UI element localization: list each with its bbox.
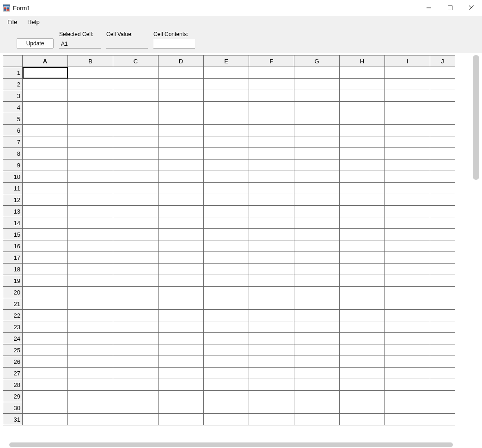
cell-A21[interactable] [23,298,68,310]
cell-A13[interactable] [23,206,68,217]
cell-I25[interactable] [385,344,430,356]
cell-A15[interactable] [23,229,68,240]
cell-A14[interactable] [23,217,68,229]
cell-H9[interactable] [340,160,385,171]
cell-J12[interactable] [430,194,455,206]
row-header-10[interactable]: 10 [3,171,23,183]
cell-I19[interactable] [385,275,430,287]
cell-D14[interactable] [159,217,204,229]
column-header-B[interactable]: B [68,55,113,67]
cell-A26[interactable] [23,356,68,368]
cell-E30[interactable] [204,402,249,414]
cell-G14[interactable] [294,217,340,229]
row-header-11[interactable]: 11 [3,183,23,194]
cell-B30[interactable] [68,402,113,414]
cell-F23[interactable] [249,321,294,333]
cell-D24[interactable] [159,333,204,344]
column-header-F[interactable]: F [249,55,294,67]
cell-C28[interactable] [113,379,159,391]
cell-H6[interactable] [340,125,385,136]
cell-F5[interactable] [249,113,294,125]
cell-H8[interactable] [340,148,385,160]
cell-A9[interactable] [23,160,68,171]
cell-G18[interactable] [294,264,340,275]
cell-I2[interactable] [385,79,430,90]
cell-A25[interactable] [23,344,68,356]
cell-H5[interactable] [340,113,385,125]
column-header-H[interactable]: H [340,55,385,67]
cell-E15[interactable] [204,229,249,240]
column-header-E[interactable]: E [204,55,249,67]
cell-F29[interactable] [249,391,294,402]
cell-J20[interactable] [430,287,455,298]
cell-H28[interactable] [340,379,385,391]
vertical-scrollbar[interactable] [473,55,479,180]
cell-F6[interactable] [249,125,294,136]
cell-F20[interactable] [249,287,294,298]
cell-E18[interactable] [204,264,249,275]
cell-E22[interactable] [204,310,249,321]
cell-I5[interactable] [385,113,430,125]
cell-J4[interactable] [430,102,455,113]
cell-J24[interactable] [430,333,455,344]
row-header-17[interactable]: 17 [3,252,23,264]
menu-file[interactable]: File [3,18,22,26]
cell-E5[interactable] [204,113,249,125]
cell-H11[interactable] [340,183,385,194]
cell-H3[interactable] [340,90,385,102]
cell-J7[interactable] [430,136,455,148]
cell-G7[interactable] [294,136,340,148]
row-header-15[interactable]: 15 [3,229,23,240]
cell-J16[interactable] [430,240,455,252]
cell-H19[interactable] [340,275,385,287]
cell-E4[interactable] [204,102,249,113]
cell-I13[interactable] [385,206,430,217]
cell-D15[interactable] [159,229,204,240]
column-header-J[interactable]: J [430,55,455,67]
cell-I26[interactable] [385,356,430,368]
cell-C15[interactable] [113,229,159,240]
row-header-2[interactable]: 2 [3,79,23,90]
cell-C24[interactable] [113,333,159,344]
cell-D6[interactable] [159,125,204,136]
cell-J21[interactable] [430,298,455,310]
cell-A20[interactable] [23,287,68,298]
cell-B31[interactable] [68,414,113,425]
cell-D18[interactable] [159,264,204,275]
cell-C25[interactable] [113,344,159,356]
cell-J23[interactable] [430,321,455,333]
cell-I27[interactable] [385,368,430,379]
cell-G4[interactable] [294,102,340,113]
cell-E12[interactable] [204,194,249,206]
column-header-C[interactable]: C [113,55,159,67]
cell-I17[interactable] [385,252,430,264]
row-header-5[interactable]: 5 [3,113,23,125]
cell-A24[interactable] [23,333,68,344]
cell-H16[interactable] [340,240,385,252]
cell-J8[interactable] [430,148,455,160]
cell-B7[interactable] [68,136,113,148]
cell-D23[interactable] [159,321,204,333]
cell-G9[interactable] [294,160,340,171]
cell-F19[interactable] [249,275,294,287]
cell-H10[interactable] [340,171,385,183]
cell-H29[interactable] [340,391,385,402]
cell-B14[interactable] [68,217,113,229]
cell-I23[interactable] [385,321,430,333]
cell-B22[interactable] [68,310,113,321]
cell-A2[interactable] [23,79,68,90]
cell-C20[interactable] [113,287,159,298]
cell-H27[interactable] [340,368,385,379]
cell-C12[interactable] [113,194,159,206]
cell-J1[interactable] [430,67,455,79]
row-header-28[interactable]: 28 [3,379,23,391]
cell-C18[interactable] [113,264,159,275]
cell-D21[interactable] [159,298,204,310]
cell-B8[interactable] [68,148,113,160]
row-header-31[interactable]: 31 [3,414,23,425]
cell-D19[interactable] [159,275,204,287]
cell-J14[interactable] [430,217,455,229]
menu-help[interactable]: Help [23,18,44,26]
row-header-9[interactable]: 9 [3,160,23,171]
cell-C21[interactable] [113,298,159,310]
